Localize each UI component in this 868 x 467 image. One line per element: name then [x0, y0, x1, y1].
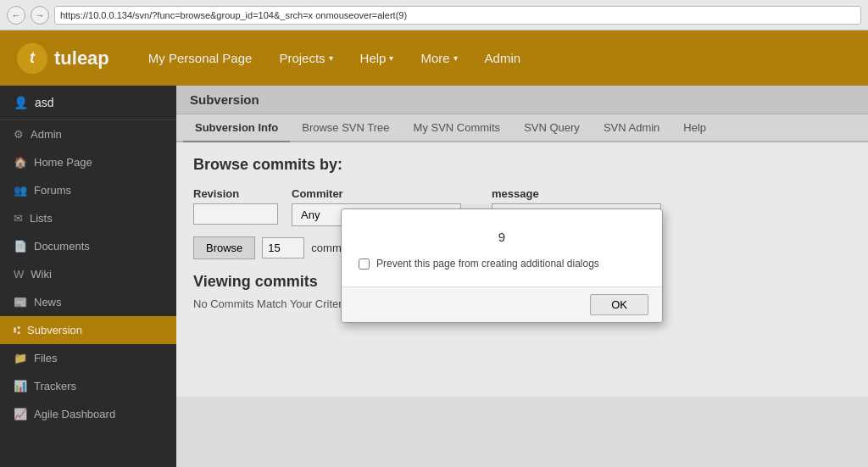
back-button[interactable]: ←: [7, 6, 25, 25]
forward-button[interactable]: →: [31, 6, 49, 25]
dialog-number: 9: [359, 230, 645, 244]
ok-button[interactable]: OK: [590, 294, 648, 315]
prevent-dialogs-checkbox[interactable]: [359, 259, 370, 270]
alert-dialog: 9 Prevent this page from creating additi…: [341, 208, 663, 323]
dialog-footer: OK: [342, 286, 662, 322]
prevent-dialogs-label: Prevent this page from creating addition…: [376, 258, 599, 270]
dialog-checkbox-row: Prevent this page from creating addition…: [359, 258, 645, 270]
address-bar[interactable]: [54, 6, 861, 25]
browser-chrome: ← →: [0, 0, 868, 31]
dialog-overlay: 9 Prevent this page from creating additi…: [0, 31, 868, 467]
dialog-body: 9 Prevent this page from creating additi…: [342, 209, 662, 286]
